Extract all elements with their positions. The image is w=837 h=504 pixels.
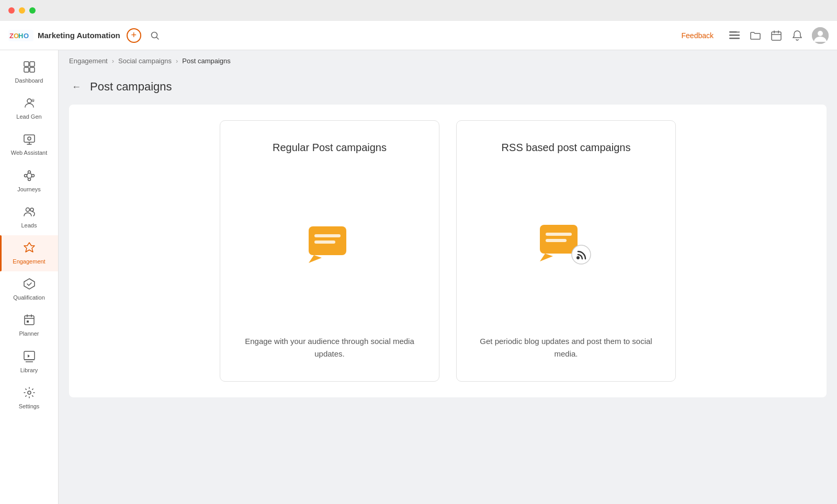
- svg-point-16: [818, 31, 823, 36]
- breadcrumb-current: Post campaigns: [182, 57, 231, 65]
- rss-card-icon-area: [537, 175, 595, 314]
- calendar-icon[interactable]: [770, 29, 783, 42]
- cards-row: Regular Post campaigns: [220, 120, 676, 382]
- svg-rect-51: [546, 239, 567, 242]
- sidebar-item-planner[interactable]: Planner: [0, 307, 58, 343]
- svg-line-30: [27, 173, 28, 175]
- page-title: Post campaigns: [90, 80, 172, 94]
- svg-rect-42: [24, 351, 35, 360]
- zoho-logo: Z O H O: [8, 30, 33, 41]
- title-bar: [0, 0, 837, 21]
- leads-label: Leads: [21, 222, 37, 229]
- lead-gen-label: Lead Gen: [16, 113, 41, 120]
- settings-icon: [23, 386, 36, 401]
- traffic-light-yellow[interactable]: [19, 7, 25, 14]
- svg-line-6: [156, 37, 159, 39]
- sidebar-item-settings[interactable]: Settings: [0, 380, 58, 416]
- library-icon: [23, 350, 36, 365]
- logo-area: Z O H O Marketing Automation: [8, 30, 120, 41]
- svg-point-35: [30, 208, 33, 211]
- svg-rect-10: [737, 31, 740, 33]
- svg-text:+: +: [32, 99, 34, 102]
- svg-rect-50: [546, 233, 572, 236]
- svg-rect-41: [27, 320, 29, 323]
- sidebar-item-lead-gen[interactable]: + Lead Gen: [0, 90, 58, 127]
- rss-card-title: RSS based post campaigns: [502, 142, 631, 154]
- svg-point-53: [576, 256, 580, 259]
- sidebar-item-web-assistant[interactable]: Web Assistant: [0, 127, 58, 163]
- lead-gen-icon: +: [23, 97, 36, 111]
- list-icon[interactable]: [728, 29, 741, 42]
- breadcrumb-sep-1: ›: [112, 57, 114, 65]
- sidebar: Dashboard + Lead Gen: [0, 50, 59, 504]
- cards-container: Regular Post campaigns: [69, 105, 827, 397]
- svg-rect-18: [30, 62, 35, 66]
- page-content: ← Post campaigns Regular Post campaigns: [59, 71, 837, 504]
- main-area: Dashboard + Lead Gen: [0, 50, 837, 504]
- journeys-label: Journeys: [17, 186, 41, 193]
- search-button[interactable]: [148, 28, 162, 43]
- regular-card-description: Engage with your audience through social…: [237, 335, 422, 360]
- folder-icon[interactable]: [749, 29, 762, 42]
- sidebar-item-leads[interactable]: Leads: [0, 199, 58, 235]
- journeys-icon: [23, 169, 36, 184]
- engagement-icon: [23, 242, 36, 256]
- breadcrumb: Engagement › Social campaigns › Post cam…: [59, 50, 837, 71]
- svg-text:O: O: [24, 32, 29, 40]
- svg-point-25: [28, 137, 31, 140]
- svg-point-28: [31, 174, 34, 177]
- regular-post-card[interactable]: Regular Post campaigns: [220, 120, 439, 382]
- svg-rect-48: [314, 240, 335, 244]
- svg-rect-47: [314, 234, 341, 237]
- svg-point-29: [28, 178, 30, 180]
- svg-text:Z: Z: [9, 32, 14, 40]
- sidebar-item-library[interactable]: Library: [0, 344, 58, 380]
- sidebar-item-journeys[interactable]: Journeys: [0, 163, 58, 199]
- notification-icon[interactable]: [791, 29, 804, 42]
- planner-label: Planner: [19, 330, 39, 337]
- rss-card-description: Get periodic blog updates and post them …: [473, 335, 659, 360]
- svg-rect-24: [24, 135, 35, 142]
- add-button[interactable]: +: [127, 28, 141, 43]
- engagement-label: Engagement: [13, 258, 45, 265]
- svg-rect-11: [772, 32, 781, 40]
- svg-marker-36: [24, 279, 35, 289]
- topbar-icon-group: [728, 27, 829, 44]
- app-name-label: Marketing Automation: [38, 31, 120, 40]
- sidebar-item-engagement[interactable]: Engagement: [0, 235, 58, 271]
- svg-point-45: [28, 391, 31, 394]
- library-label: Library: [20, 367, 38, 374]
- back-button[interactable]: ←: [69, 79, 84, 94]
- feedback-button[interactable]: Feedback: [682, 31, 714, 40]
- breadcrumb-engagement[interactable]: Engagement: [69, 57, 108, 65]
- content-area: Engagement › Social campaigns › Post cam…: [59, 50, 837, 504]
- dashboard-label: Dashboard: [15, 77, 43, 84]
- svg-line-31: [30, 173, 31, 175]
- active-indicator: [0, 235, 2, 271]
- svg-rect-19: [24, 67, 29, 72]
- svg-point-5: [151, 32, 157, 38]
- breadcrumb-sep-2: ›: [176, 57, 178, 65]
- qualification-icon: [23, 278, 36, 292]
- regular-post-icon: [306, 224, 353, 266]
- user-avatar[interactable]: [812, 27, 829, 44]
- svg-rect-9: [729, 38, 740, 39]
- rss-post-card[interactable]: RSS based post campaigns: [456, 120, 676, 382]
- zoho-logo-svg: Z O H O: [8, 30, 33, 41]
- sidebar-item-dashboard[interactable]: Dashboard: [0, 54, 58, 90]
- svg-rect-37: [25, 316, 34, 325]
- svg-rect-20: [30, 67, 35, 72]
- traffic-light-red[interactable]: [8, 7, 15, 14]
- page-header: ← Post campaigns: [69, 79, 827, 94]
- settings-label: Settings: [19, 403, 40, 410]
- breadcrumb-social-campaigns[interactable]: Social campaigns: [118, 57, 172, 65]
- svg-line-33: [27, 176, 28, 178]
- regular-card-icon-area: [306, 175, 353, 314]
- sidebar-item-qualification[interactable]: Qualification: [0, 271, 58, 307]
- svg-point-21: [27, 99, 31, 103]
- svg-point-34: [26, 208, 29, 211]
- traffic-light-green[interactable]: [29, 7, 36, 14]
- svg-rect-17: [24, 62, 29, 66]
- svg-point-27: [28, 170, 30, 173]
- svg-rect-8: [729, 35, 740, 36]
